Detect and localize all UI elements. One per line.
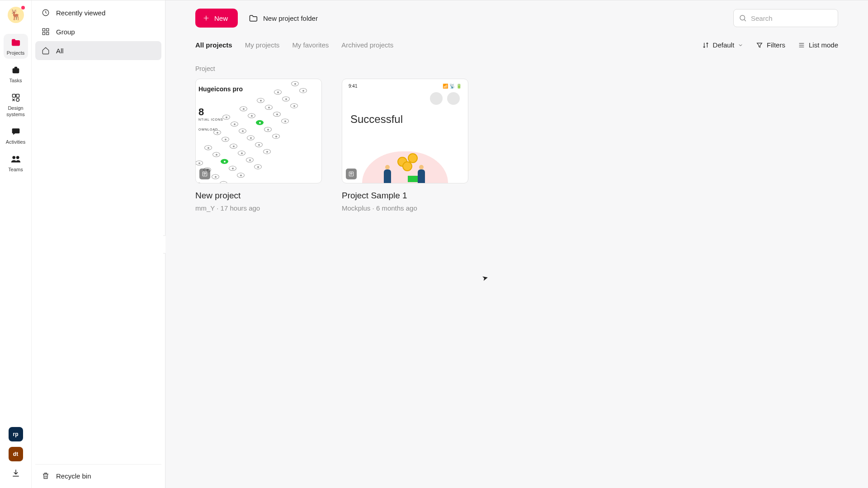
project-time: 6 months ago xyxy=(376,204,417,212)
download-icon xyxy=(11,469,20,478)
folder-outline-icon xyxy=(249,14,258,22)
folder-icon xyxy=(11,38,21,47)
rail-label: Teams xyxy=(8,167,23,173)
list-icon xyxy=(798,42,805,49)
rail-item-activities[interactable]: Activities xyxy=(4,123,28,148)
new-button[interactable]: New xyxy=(195,9,238,28)
toolbar: New New project folder xyxy=(195,6,838,36)
thumb-caption: Hugeicons pro xyxy=(198,85,243,93)
sidebar-item-recycle[interactable]: Recycle bin xyxy=(35,466,161,485)
project-thumbnail: 9:41 📶 📡 🔋 Successful xyxy=(342,79,468,183)
thumb-heading: Successful xyxy=(342,107,468,126)
filters-label: Filters xyxy=(767,41,785,49)
sort-icon xyxy=(702,42,709,49)
rail-item-design-systems[interactable]: Design systems xyxy=(4,89,28,120)
new-folder-label: New project folder xyxy=(263,14,318,22)
project-meta: Mockplus · 6 months ago xyxy=(342,204,468,212)
prototype-icon xyxy=(348,171,354,177)
project-grid: Hugeicons pro 8 NTIAL ICONS OWNLOAD xyxy=(195,79,838,212)
chevron-down-icon xyxy=(738,42,743,48)
tab-all-projects[interactable]: All projects xyxy=(195,41,232,49)
section-label: Project xyxy=(195,52,838,79)
mouse-cursor-icon: ➤ xyxy=(481,273,489,283)
project-type-badge xyxy=(346,169,357,179)
sidebar-item-group[interactable]: Group xyxy=(35,22,161,41)
sidebar-item-all[interactable]: All xyxy=(35,41,161,60)
main-panel: New New project folder All projects My p… xyxy=(165,0,868,488)
svg-rect-2 xyxy=(12,94,15,98)
tasks-icon xyxy=(11,65,21,75)
rail-label: Tasks xyxy=(9,78,22,84)
sort-label: Default xyxy=(713,41,735,49)
new-button-label: New xyxy=(214,14,228,22)
project-time: 17 hours ago xyxy=(221,204,260,212)
search-input[interactable] xyxy=(733,9,838,27)
sort-dropdown[interactable]: Default xyxy=(702,41,744,49)
clock-icon xyxy=(42,9,50,17)
view-mode-button[interactable]: List mode xyxy=(798,41,838,49)
thumb-clock: 9:41 xyxy=(349,84,357,89)
tool-dt[interactable]: dt xyxy=(9,447,23,461)
sidebar-label: Recently viewed xyxy=(56,9,105,17)
view-mode-label: List mode xyxy=(809,41,838,49)
filter-icon xyxy=(756,42,763,49)
project-title: Project Sample 1 xyxy=(342,183,468,204)
rail-label: Activities xyxy=(6,139,25,145)
design-systems-icon xyxy=(11,93,21,103)
project-author: Mockplus xyxy=(342,204,370,212)
filters-button[interactable]: Filters xyxy=(756,41,785,49)
tab-archived[interactable]: Archived projects xyxy=(341,41,393,49)
project-author: mm_Y xyxy=(195,204,215,212)
home-icon xyxy=(42,47,50,55)
project-type-badge xyxy=(199,169,210,179)
thumb-number: 8 xyxy=(198,106,204,118)
download-button[interactable] xyxy=(11,469,20,479)
tabs: All projects My projects My favorites Ar… xyxy=(195,36,838,52)
sidebar-item-recent[interactable]: Recently viewed xyxy=(35,3,161,22)
rail-label: Projects xyxy=(7,50,25,56)
svg-rect-1 xyxy=(14,67,17,69)
project-title: New project xyxy=(195,183,322,204)
project-card[interactable]: Hugeicons pro 8 NTIAL ICONS OWNLOAD xyxy=(195,79,322,212)
workspace-avatar[interactable]: 🦌 xyxy=(8,7,24,23)
plus-icon xyxy=(203,14,210,22)
svg-point-4 xyxy=(16,99,19,102)
search-icon xyxy=(739,14,747,22)
nav-rail: 🦌 Projects Tasks Design systems Activiti… xyxy=(0,0,32,488)
project-card[interactable]: 9:41 📶 📡 🔋 Successful xyxy=(342,79,468,212)
svg-rect-3 xyxy=(16,94,19,98)
rail-item-tasks[interactable]: Tasks xyxy=(4,61,28,86)
project-meta: mm_Y · 17 hours ago xyxy=(195,204,322,212)
svg-rect-11 xyxy=(47,33,49,35)
search-wrap xyxy=(733,9,838,27)
tool-rp[interactable]: rp xyxy=(9,427,23,441)
grid-icon xyxy=(42,28,50,36)
svg-point-5 xyxy=(12,156,15,159)
rail-label: Design systems xyxy=(4,105,28,117)
people-icon xyxy=(11,154,21,164)
project-thumbnail: Hugeicons pro 8 NTIAL ICONS OWNLOAD xyxy=(195,79,322,183)
status-icons: 📶 📡 🔋 xyxy=(443,84,462,89)
tab-favorites[interactable]: My favorites xyxy=(292,41,329,49)
tab-my-projects[interactable]: My projects xyxy=(245,41,280,49)
rail-item-teams[interactable]: Teams xyxy=(4,150,28,175)
chat-icon xyxy=(11,127,21,136)
svg-rect-9 xyxy=(47,28,49,31)
sidebar-label: Group xyxy=(56,28,75,36)
rail-item-projects[interactable]: Projects xyxy=(4,34,28,59)
thumb-sub: NTIAL ICONS xyxy=(198,118,223,121)
trash-icon xyxy=(42,472,50,480)
sidebar-label: All xyxy=(56,47,64,55)
svg-rect-10 xyxy=(42,33,45,35)
view-controls: Default Filters List mode xyxy=(702,41,838,49)
svg-rect-8 xyxy=(42,28,45,31)
svg-point-12 xyxy=(740,15,745,20)
sidebar-label: Recycle bin xyxy=(56,472,91,480)
new-folder-button[interactable]: New project folder xyxy=(249,14,318,22)
app-root: 🦌 Projects Tasks Design systems Activiti… xyxy=(0,0,868,488)
svg-point-6 xyxy=(16,156,19,159)
sidebar: Recently viewed Group All Recycle bin ‹ xyxy=(32,0,165,488)
prototype-icon xyxy=(202,171,208,177)
svg-rect-0 xyxy=(12,68,19,73)
